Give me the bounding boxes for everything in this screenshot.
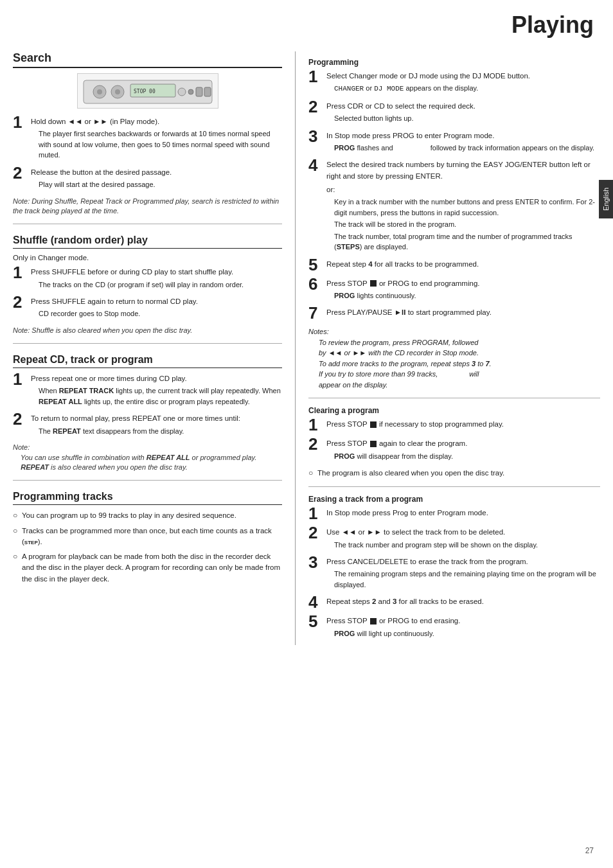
step-content: Press STOP if necessary to stop programm… xyxy=(326,419,600,431)
erasing-step-5: 5 Press STOP or PROG to end erasing. PRO… xyxy=(308,616,600,640)
shuffle-subtitle: Only in Changer mode. xyxy=(13,254,282,261)
step-number: 1 xyxy=(308,505,326,522)
search-note: Note: During Shuffle, Repeat Track or Pr… xyxy=(13,197,282,217)
programming-notes: Notes: To review the program, press PROG… xyxy=(308,326,600,390)
programming-section: Programming 1 Select Changer mode or DJ … xyxy=(308,58,600,390)
step-content: Release the button at the desired passag… xyxy=(31,167,282,191)
erasing-step-1: 1 In Stop mode press Prog to enter Progr… xyxy=(308,508,600,522)
step-number: 1 xyxy=(308,68,326,85)
two-column-layout: Search xyxy=(13,51,600,645)
shuffle-note: Note: Shuffle is also cleared when you o… xyxy=(13,326,282,335)
step-number: 5 xyxy=(308,256,326,273)
programming-step-7: 7 Press PLAY/PAUSE ►II to start programm… xyxy=(308,307,600,321)
programming-step-2: 2 Press CDR or CD to select the required… xyxy=(308,101,600,125)
bullet-item-3: ○ A program for playback can be made fro… xyxy=(13,551,282,585)
search-section: Search xyxy=(13,51,282,216)
search-title: Search xyxy=(13,51,282,68)
bullet-item-2: ○ Tracks can be programmed more than onc… xyxy=(13,526,282,548)
programming-step-4: 4 Select the desired track numbers by tu… xyxy=(308,159,600,253)
clearing-section: Clearing a program 1 Press STOP if neces… xyxy=(308,406,600,479)
erasing-section: Erasing a track from a program 1 In Stop… xyxy=(308,495,600,640)
step-number: 2 xyxy=(13,294,31,310)
step-content: Press STOP or PROG to end programming. P… xyxy=(326,278,600,303)
programming-step-5: 5 Repeat step 4 for all tracks to be pro… xyxy=(308,259,600,273)
divider xyxy=(308,398,600,398)
shuffle-step-1: 1 Press SHUFFLE before or during CD play… xyxy=(13,267,282,291)
stop-icon xyxy=(370,618,377,624)
bullet-text: A program for playback can be made from … xyxy=(22,551,282,585)
step-content: Press PLAY/PAUSE ►II to start programmed… xyxy=(326,307,600,319)
page-container: Playing English Search xyxy=(0,0,613,868)
bullet-text: You can program up to 99 tracks to play … xyxy=(22,510,282,521)
svg-point-8 xyxy=(188,89,193,94)
programming-step-1: 1 Select Changer mode or DJ mode using t… xyxy=(308,71,600,96)
left-column: Search xyxy=(13,51,296,645)
stop-icon xyxy=(370,280,377,287)
language-tab: English xyxy=(599,180,613,218)
step-number: 3 xyxy=(308,554,326,571)
right-column: Programming 1 Select Changer mode or DJ … xyxy=(296,51,600,645)
step-content: Press STOP or PROG to end erasing. PROG … xyxy=(326,616,600,640)
step-number: 2 xyxy=(13,164,31,181)
cd-image-inner: STOP 00 xyxy=(78,74,218,108)
step-number: 2 xyxy=(13,411,31,427)
erasing-step-3: 3 Press CANCEL/DELETE to erase the track… xyxy=(308,556,600,591)
shuffle-section: Shuffle (random order) play Only in Chan… xyxy=(13,235,282,335)
step-content: In Stop mode press PROG to enter Program… xyxy=(326,130,600,155)
divider xyxy=(13,343,282,344)
step-content: Press SHUFFLE again to return to normal … xyxy=(31,296,282,321)
svg-rect-10 xyxy=(204,87,211,96)
repeat-note: Note: You can use shuffle in combination… xyxy=(13,443,282,472)
step-content: Hold down ◄◄ or ►► (in Play mode). The p… xyxy=(31,116,282,162)
divider xyxy=(308,486,600,487)
bullet-icon: ○ xyxy=(13,511,22,520)
step-content: Repeat steps 2 and 3 for all tracks to b… xyxy=(326,596,600,608)
erasing-title: Erasing a track from a program xyxy=(308,495,600,504)
stop-icon xyxy=(370,421,377,428)
step-content: To return to normal play, press REPEAT o… xyxy=(31,413,282,438)
programming-tracks-section: Programming tracks ○ You can program up … xyxy=(13,491,282,585)
step-number: 1 xyxy=(13,264,31,281)
programming-title: Programming xyxy=(308,58,600,67)
repeat-title: Repeat CD, track or program xyxy=(13,354,282,368)
stop-icon xyxy=(370,441,377,447)
step-content: Press STOP again to clear the program. P… xyxy=(326,438,600,463)
step-number: 1 xyxy=(13,114,31,130)
bullet-text: Tracks can be programmed more than once,… xyxy=(22,526,282,548)
step-number: 5 xyxy=(308,613,326,630)
erasing-step-4: 4 Repeat steps 2 and 3 for all tracks to… xyxy=(308,596,600,610)
repeat-step-1: 1 Press repeat one or more times during … xyxy=(13,373,282,408)
clearing-step-2: 2 Press STOP again to clear the program.… xyxy=(308,438,600,463)
step-number: 4 xyxy=(308,594,326,610)
step-number: 1 xyxy=(308,416,326,433)
svg-point-4 xyxy=(115,89,120,94)
step-number: 4 xyxy=(308,157,326,173)
step-number: 2 xyxy=(308,524,326,541)
step-number: 2 xyxy=(308,98,326,115)
bullet-text: The program is also cleared when you ope… xyxy=(317,468,600,479)
svg-rect-9 xyxy=(196,87,202,96)
bullet-item-1: ○ You can program up to 99 tracks to pla… xyxy=(13,510,282,521)
page-title: Playing xyxy=(511,12,594,39)
step-content: Press CANCEL/DELETE to erase the track f… xyxy=(326,556,600,591)
svg-point-7 xyxy=(178,88,186,96)
clearing-title: Clearing a program xyxy=(308,406,600,415)
step-content: Use ◄◄ or ►► to select the track from to… xyxy=(326,527,600,551)
programming-tracks-title: Programming tracks xyxy=(13,491,282,505)
cd-device-image: STOP 00 xyxy=(77,73,218,109)
programming-step-6: 6 Press STOP or PROG to end programming.… xyxy=(308,278,600,303)
step-number: 7 xyxy=(308,305,326,321)
repeat-section: Repeat CD, track or program 1 Press repe… xyxy=(13,354,282,472)
step-number: 1 xyxy=(13,371,31,387)
shuffle-title: Shuffle (random order) play xyxy=(13,235,282,249)
page-number: 27 xyxy=(585,846,594,855)
cd-player-svg: STOP 00 xyxy=(80,75,215,107)
step-number: 6 xyxy=(308,276,326,292)
search-step-1: 1 Hold down ◄◄ or ►► (in Play mode). The… xyxy=(13,116,282,162)
shuffle-step-2: 2 Press SHUFFLE again to return to norma… xyxy=(13,296,282,321)
step-number: 3 xyxy=(308,128,326,145)
bullet-icon: ○ xyxy=(13,526,22,535)
divider xyxy=(13,224,282,224)
step-content: Press SHUFFLE before or during CD play t… xyxy=(31,267,282,291)
clearing-bullet: ○ The program is also cleared when you o… xyxy=(308,468,600,479)
